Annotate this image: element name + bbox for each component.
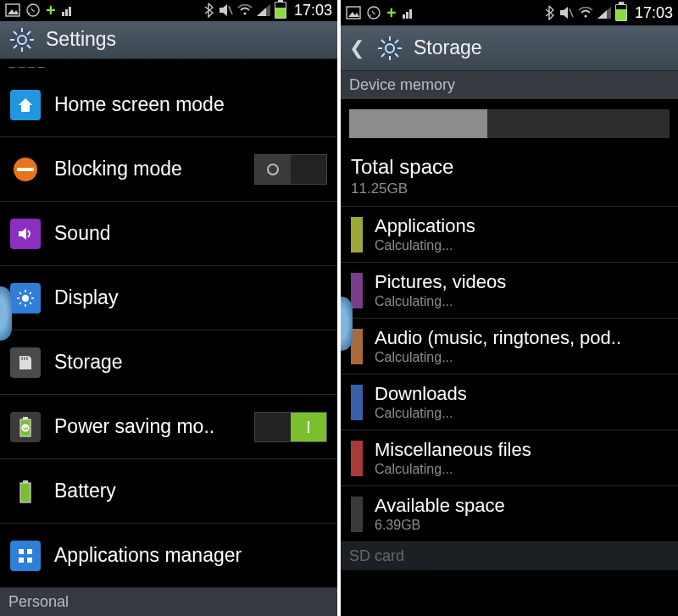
storage-category-row[interactable]: Audio (music, ringtones, pod..Calculatin… bbox=[341, 319, 678, 375]
bluetooth-icon bbox=[544, 5, 554, 20]
svg-rect-5 bbox=[69, 7, 71, 16]
svg-rect-41 bbox=[23, 480, 28, 483]
row-label: Sound bbox=[54, 222, 327, 245]
svg-rect-45 bbox=[27, 558, 32, 563]
category-label: Pictures, videos bbox=[375, 271, 668, 293]
svg-rect-4 bbox=[65, 9, 68, 16]
blocking-toggle[interactable] bbox=[254, 154, 327, 185]
mute-icon bbox=[559, 6, 574, 19]
total-space: Total space 11.25GB bbox=[341, 152, 678, 207]
category-value: Calculating... bbox=[375, 238, 668, 253]
svg-rect-42 bbox=[19, 549, 24, 554]
svg-marker-24 bbox=[19, 228, 26, 240]
battery-icon bbox=[275, 2, 286, 19]
storage-category-row[interactable]: DownloadsCalculating... bbox=[341, 375, 678, 430]
svg-rect-36 bbox=[26, 357, 28, 360]
section-sd-card: SD card bbox=[341, 542, 678, 570]
cell-signal-icon bbox=[257, 4, 270, 16]
swipe-handle[interactable] bbox=[341, 297, 353, 351]
category-value: Calculating... bbox=[375, 294, 668, 309]
mute-icon bbox=[218, 3, 233, 17]
category-swatch bbox=[351, 441, 363, 476]
svg-rect-34 bbox=[21, 357, 23, 360]
category-label: Miscellaneous files bbox=[375, 439, 668, 461]
row-storage[interactable]: Storage bbox=[0, 330, 337, 395]
svg-rect-51 bbox=[409, 9, 412, 19]
title-bar: Settings bbox=[0, 21, 337, 59]
page-title: Storage bbox=[414, 36, 482, 59]
svg-line-30 bbox=[19, 292, 21, 294]
category-swatch bbox=[351, 273, 363, 308]
power-saving-icon bbox=[10, 412, 41, 442]
signal-bars-icon bbox=[402, 6, 415, 19]
svg-line-31 bbox=[30, 302, 31, 304]
row-display[interactable]: Display bbox=[0, 266, 337, 330]
svg-rect-50 bbox=[406, 12, 408, 19]
row-home-screen-mode[interactable]: Home screen mode bbox=[0, 73, 337, 137]
swipe-handle[interactable] bbox=[0, 286, 12, 341]
status-time: 17:03 bbox=[294, 2, 332, 19]
storage-used-segment bbox=[349, 109, 487, 138]
category-label: Applications bbox=[375, 215, 668, 237]
storage-category-row[interactable]: ApplicationsCalculating... bbox=[341, 207, 678, 263]
storage-category-row[interactable]: Miscellaneous filesCalculating... bbox=[341, 430, 678, 486]
storage-usage-bar-wrap bbox=[341, 99, 678, 152]
home-icon bbox=[10, 90, 41, 120]
image-icon bbox=[5, 3, 20, 17]
row-label: Applications manager bbox=[54, 544, 327, 567]
total-space-label: Total space bbox=[351, 155, 668, 179]
svg-rect-35 bbox=[24, 357, 25, 360]
svg-point-54 bbox=[584, 14, 586, 17]
plus-icon: + bbox=[386, 3, 397, 23]
storage-category-row[interactable]: Pictures, videosCalculating... bbox=[341, 263, 678, 319]
row-sound[interactable]: Sound bbox=[0, 202, 337, 266]
signal-bars-icon bbox=[61, 3, 75, 17]
category-value: 6.39GB bbox=[375, 518, 668, 533]
category-swatch bbox=[351, 385, 363, 420]
category-swatch bbox=[351, 329, 363, 364]
svg-rect-44 bbox=[19, 558, 24, 563]
svg-line-33 bbox=[30, 292, 31, 294]
svg-marker-52 bbox=[560, 7, 568, 19]
storage-screen: + 17:03 ❮ bbox=[341, 0, 678, 616]
row-label: Battery bbox=[54, 480, 327, 502]
svg-marker-56 bbox=[597, 10, 607, 19]
apps-icon bbox=[10, 541, 41, 571]
svg-marker-21 bbox=[19, 98, 32, 112]
settings-screen: + 17:03 Setti bbox=[0, 0, 337, 616]
svg-line-32 bbox=[19, 302, 21, 304]
row-blocking-mode[interactable]: Blocking mode bbox=[0, 137, 337, 202]
storage-category-list[interactable]: ApplicationsCalculating...Pictures, vide… bbox=[341, 207, 678, 542]
power-saving-toggle[interactable] bbox=[254, 412, 327, 442]
wifi-icon bbox=[578, 7, 593, 19]
svg-point-25 bbox=[22, 295, 29, 302]
battery-icon bbox=[615, 4, 627, 21]
row-battery[interactable]: Battery bbox=[0, 459, 337, 524]
back-icon[interactable]: ❮ bbox=[349, 37, 364, 59]
svg-marker-47 bbox=[348, 12, 359, 17]
gear-icon bbox=[8, 26, 36, 53]
category-value: Calculating... bbox=[375, 350, 668, 365]
section-personal: Personal bbox=[0, 588, 337, 616]
storage-category-row[interactable]: Available space6.39GB bbox=[341, 486, 678, 542]
sound-icon bbox=[10, 219, 41, 249]
category-label: Downloads bbox=[375, 383, 668, 405]
category-value: Calculating... bbox=[375, 406, 668, 421]
status-bar: + 17:03 bbox=[341, 0, 678, 25]
category-value: Calculating... bbox=[375, 462, 668, 477]
truncated-section: – – – – bbox=[0, 59, 337, 73]
status-time: 17:03 bbox=[635, 4, 673, 22]
row-power-saving[interactable]: Power saving mo.. bbox=[0, 395, 337, 459]
settings-list[interactable]: Home screen mode Blocking mode Sound Dis… bbox=[0, 73, 337, 616]
row-label: Power saving mo.. bbox=[54, 415, 241, 438]
row-label: Blocking mode bbox=[54, 158, 241, 180]
svg-marker-10 bbox=[257, 8, 266, 16]
category-swatch bbox=[351, 497, 363, 532]
row-label: Display bbox=[54, 286, 327, 309]
svg-rect-49 bbox=[403, 14, 405, 19]
svg-rect-43 bbox=[27, 549, 32, 554]
title-bar: ❮ Storage bbox=[341, 25, 678, 71]
storage-usage-bar bbox=[349, 109, 670, 138]
svg-line-53 bbox=[570, 8, 573, 17]
row-applications-manager[interactable]: Applications manager bbox=[0, 524, 337, 588]
